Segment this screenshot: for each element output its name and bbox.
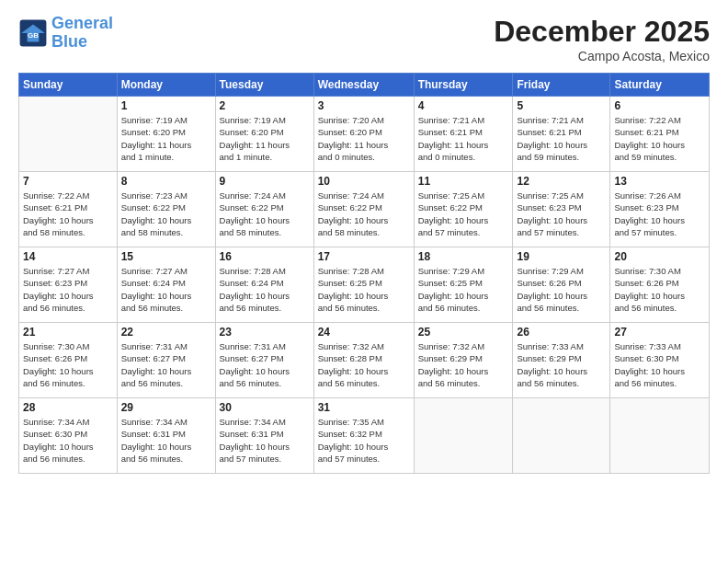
- day-number: 25: [418, 326, 509, 339]
- day-number: 29: [121, 401, 211, 414]
- day-number: 20: [614, 250, 705, 263]
- day-info: Sunrise: 7:29 AMSunset: 6:25 PMDaylight:…: [418, 265, 509, 314]
- svg-text:GB: GB: [28, 31, 39, 40]
- calendar-week-1: 1Sunrise: 7:19 AMSunset: 6:20 PMDaylight…: [19, 97, 710, 172]
- day-number: 22: [121, 326, 211, 339]
- calendar-cell: 23Sunrise: 7:31 AMSunset: 6:27 PMDayligh…: [215, 323, 313, 398]
- calendar-cell: 14Sunrise: 7:27 AMSunset: 6:23 PMDayligh…: [19, 247, 118, 323]
- day-number: 24: [318, 326, 410, 339]
- calendar-cell: 31Sunrise: 7:35 AMSunset: 6:32 PMDayligh…: [313, 398, 414, 474]
- day-info: Sunrise: 7:28 AMSunset: 6:25 PMDaylight:…: [318, 265, 410, 314]
- day-info: Sunrise: 7:24 AMSunset: 6:22 PMDaylight:…: [318, 190, 410, 238]
- day-number: 4: [418, 99, 509, 112]
- calendar-cell: 21Sunrise: 7:30 AMSunset: 6:26 PMDayligh…: [19, 323, 118, 398]
- day-info: Sunrise: 7:32 AMSunset: 6:28 PMDaylight:…: [318, 340, 410, 389]
- day-info: Sunrise: 7:33 AMSunset: 6:29 PMDaylight:…: [517, 340, 606, 389]
- logo-text: General Blue: [51, 15, 113, 52]
- day-info: Sunrise: 7:26 AMSunset: 6:23 PMDaylight:…: [614, 190, 705, 238]
- logo: GB General Blue: [18, 15, 113, 52]
- day-number: 18: [418, 250, 509, 263]
- day-info: Sunrise: 7:35 AMSunset: 6:32 PMDaylight:…: [318, 416, 410, 465]
- calendar-cell: 3Sunrise: 7:20 AMSunset: 6:20 PMDaylight…: [313, 97, 414, 172]
- day-number: 7: [23, 175, 113, 188]
- day-number: 15: [121, 250, 211, 263]
- calendar-cell: 1Sunrise: 7:19 AMSunset: 6:20 PMDaylight…: [117, 97, 215, 172]
- calendar-week-3: 14Sunrise: 7:27 AMSunset: 6:23 PMDayligh…: [19, 247, 710, 323]
- day-number: 27: [614, 326, 705, 339]
- day-info: Sunrise: 7:21 AMSunset: 6:21 PMDaylight:…: [517, 114, 606, 163]
- calendar-header-saturday: Saturday: [610, 74, 710, 97]
- logo-line1: General: [51, 14, 113, 32]
- calendar-week-2: 7Sunrise: 7:22 AMSunset: 6:21 PMDaylight…: [19, 172, 710, 247]
- day-number: 9: [220, 175, 310, 188]
- calendar-cell: 27Sunrise: 7:33 AMSunset: 6:30 PMDayligh…: [610, 323, 710, 398]
- day-number: 8: [121, 175, 211, 188]
- calendar-cell: 24Sunrise: 7:32 AMSunset: 6:28 PMDayligh…: [313, 323, 414, 398]
- day-number: 1: [121, 99, 211, 112]
- day-number: 12: [517, 175, 606, 188]
- day-number: 21: [23, 326, 113, 339]
- calendar-cell: 10Sunrise: 7:24 AMSunset: 6:22 PMDayligh…: [313, 172, 414, 247]
- day-info: Sunrise: 7:30 AMSunset: 6:26 PMDaylight:…: [23, 340, 113, 389]
- day-number: 6: [614, 99, 705, 112]
- calendar-header-friday: Friday: [513, 74, 610, 97]
- calendar-header-wednesday: Wednesday: [313, 74, 414, 97]
- page: GB General Blue December 2025 Campo Acos…: [0, 0, 728, 563]
- calendar-cell: 9Sunrise: 7:24 AMSunset: 6:22 PMDaylight…: [215, 172, 313, 247]
- calendar-cell: 4Sunrise: 7:21 AMSunset: 6:21 PMDaylight…: [414, 97, 513, 172]
- calendar-cell: 17Sunrise: 7:28 AMSunset: 6:25 PMDayligh…: [313, 247, 414, 323]
- calendar-cell: 22Sunrise: 7:31 AMSunset: 6:27 PMDayligh…: [117, 323, 215, 398]
- calendar-cell: [414, 398, 513, 474]
- day-info: Sunrise: 7:31 AMSunset: 6:27 PMDaylight:…: [121, 340, 211, 389]
- calendar-cell: 2Sunrise: 7:19 AMSunset: 6:20 PMDaylight…: [215, 97, 313, 172]
- calendar-cell: 30Sunrise: 7:34 AMSunset: 6:31 PMDayligh…: [215, 398, 313, 474]
- day-info: Sunrise: 7:27 AMSunset: 6:24 PMDaylight:…: [121, 265, 211, 314]
- calendar-header-monday: Monday: [117, 74, 215, 97]
- day-info: Sunrise: 7:34 AMSunset: 6:30 PMDaylight:…: [23, 416, 113, 465]
- calendar-cell: 13Sunrise: 7:26 AMSunset: 6:23 PMDayligh…: [610, 172, 710, 247]
- calendar-cell: 18Sunrise: 7:29 AMSunset: 6:25 PMDayligh…: [414, 247, 513, 323]
- day-number: 23: [220, 326, 310, 339]
- day-info: Sunrise: 7:19 AMSunset: 6:20 PMDaylight:…: [220, 114, 310, 163]
- day-info: Sunrise: 7:23 AMSunset: 6:22 PMDaylight:…: [121, 190, 211, 238]
- calendar-cell: 16Sunrise: 7:28 AMSunset: 6:24 PMDayligh…: [215, 247, 313, 323]
- day-number: 10: [318, 175, 410, 188]
- header: GB General Blue December 2025 Campo Acos…: [18, 15, 710, 63]
- day-number: 2: [220, 99, 310, 112]
- calendar-cell: 26Sunrise: 7:33 AMSunset: 6:29 PMDayligh…: [513, 323, 610, 398]
- day-number: 14: [23, 250, 113, 263]
- calendar-header-row: SundayMondayTuesdayWednesdayThursdayFrid…: [19, 74, 710, 97]
- calendar-cell: 5Sunrise: 7:21 AMSunset: 6:21 PMDaylight…: [513, 97, 610, 172]
- calendar-cell: 15Sunrise: 7:27 AMSunset: 6:24 PMDayligh…: [117, 247, 215, 323]
- calendar-cell: [610, 398, 710, 474]
- month-title: December 2025: [494, 15, 710, 49]
- day-info: Sunrise: 7:34 AMSunset: 6:31 PMDaylight:…: [220, 416, 310, 465]
- calendar-cell: 25Sunrise: 7:32 AMSunset: 6:29 PMDayligh…: [414, 323, 513, 398]
- day-info: Sunrise: 7:33 AMSunset: 6:30 PMDaylight:…: [614, 340, 705, 389]
- day-number: 31: [318, 401, 410, 414]
- day-number: 16: [220, 250, 310, 263]
- day-info: Sunrise: 7:30 AMSunset: 6:26 PMDaylight:…: [614, 265, 705, 314]
- calendar-cell: 8Sunrise: 7:23 AMSunset: 6:22 PMDaylight…: [117, 172, 215, 247]
- calendar-header-thursday: Thursday: [414, 74, 513, 97]
- location-subtitle: Campo Acosta, Mexico: [494, 49, 710, 63]
- day-number: 13: [614, 175, 705, 188]
- calendar-cell: 19Sunrise: 7:29 AMSunset: 6:26 PMDayligh…: [513, 247, 610, 323]
- calendar-header-sunday: Sunday: [19, 74, 118, 97]
- calendar-cell: 29Sunrise: 7:34 AMSunset: 6:31 PMDayligh…: [117, 398, 215, 474]
- day-number: 30: [220, 401, 310, 414]
- calendar-cell: 28Sunrise: 7:34 AMSunset: 6:30 PMDayligh…: [19, 398, 118, 474]
- day-info: Sunrise: 7:24 AMSunset: 6:22 PMDaylight:…: [220, 190, 310, 238]
- calendar-cell: [513, 398, 610, 474]
- logo-line2: Blue: [51, 32, 87, 51]
- day-info: Sunrise: 7:28 AMSunset: 6:24 PMDaylight:…: [220, 265, 310, 314]
- day-info: Sunrise: 7:22 AMSunset: 6:21 PMDaylight:…: [614, 114, 705, 163]
- calendar-table: SundayMondayTuesdayWednesdayThursdayFrid…: [18, 73, 710, 474]
- day-number: 19: [517, 250, 606, 263]
- day-number: 5: [517, 99, 606, 112]
- calendar-week-5: 28Sunrise: 7:34 AMSunset: 6:30 PMDayligh…: [19, 398, 710, 474]
- calendar-week-4: 21Sunrise: 7:30 AMSunset: 6:26 PMDayligh…: [19, 323, 710, 398]
- calendar-cell: [19, 97, 118, 172]
- calendar-cell: 11Sunrise: 7:25 AMSunset: 6:22 PMDayligh…: [414, 172, 513, 247]
- title-block: December 2025 Campo Acosta, Mexico: [494, 15, 710, 63]
